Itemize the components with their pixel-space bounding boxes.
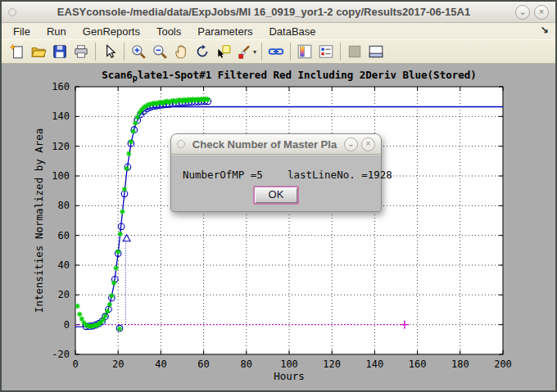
svg-text:180: 180 — [451, 358, 469, 370]
zoom-in-button[interactable] — [128, 42, 149, 61]
svg-text:80: 80 — [241, 358, 252, 370]
toolbar: ▾ — [2, 39, 555, 64]
y-axis-label: Intensities Normalized by Area — [33, 128, 45, 313]
open-file-button[interactable] — [28, 42, 49, 61]
dialog-minimize-button[interactable]: ⌄ — [344, 137, 358, 151]
window-title: EASYconsole-/media/data/ExpJobs/MI 16_09… — [16, 6, 511, 18]
brush-data-dropdown-icon[interactable]: ▾ — [253, 48, 256, 56]
zoom-in-icon — [130, 43, 147, 60]
svg-text:60: 60 — [197, 358, 209, 370]
x-axis-label: Hours — [274, 370, 305, 382]
minimize-button[interactable]: ⌄ — [515, 5, 530, 20]
svg-text:-20: -20 — [52, 349, 70, 360]
ok-button[interactable]: OK — [253, 186, 299, 205]
svg-text:140: 140 — [52, 110, 70, 122]
window-menu-icon[interactable] — [8, 8, 16, 16]
link-plots-icon — [268, 43, 284, 60]
toolbar-separator — [290, 43, 291, 61]
insert-colorbar-button[interactable] — [294, 42, 315, 61]
print-figure-icon — [73, 43, 89, 60]
dialog-titlebar[interactable]: Check Number of Master Pla ⌄ × — [171, 134, 381, 155]
print-figure-button[interactable] — [70, 42, 92, 61]
svg-text:60: 60 — [58, 230, 70, 241]
edit-plot-pointer-button[interactable] — [99, 42, 120, 61]
rotate-3d-button[interactable] — [192, 42, 213, 61]
menu-item-tools[interactable]: Tools — [148, 25, 189, 38]
pan-hand-button[interactable] — [170, 42, 192, 61]
menu-item-file[interactable]: File — [5, 25, 38, 38]
open-file-icon — [30, 43, 47, 60]
zoom-out-icon — [152, 43, 168, 60]
dialog-title: Check Number of Master Pla — [185, 138, 341, 151]
svg-text:100: 100 — [280, 358, 298, 370]
dialog-menu-icon[interactable] — [177, 140, 185, 148]
new-document-icon — [9, 43, 25, 60]
figure-area: 020406080100120140160180200-200204060801… — [2, 64, 555, 390]
svg-text:160: 160 — [52, 81, 70, 92]
svg-text:120: 120 — [323, 358, 341, 370]
dialog-message: NumberOfMP =5 lastLineNo. =1928 — [183, 169, 392, 181]
menu-item-genreports[interactable]: GenReports — [75, 25, 148, 38]
close-button[interactable]: × — [534, 5, 549, 20]
toolbar-separator — [340, 43, 341, 61]
menu-item-run[interactable]: Run — [38, 25, 75, 38]
plot-background — [75, 87, 503, 354]
svg-text:200: 200 — [494, 358, 512, 370]
chart-title: Scan6plate1-Spot#1 Filtered Red Includin… — [102, 69, 477, 83]
rotate-3d-icon — [194, 43, 211, 60]
insert-legend-button[interactable] — [315, 42, 337, 61]
hide-plot-tools-icon — [346, 43, 363, 60]
data-cursor-icon — [215, 43, 232, 60]
svg-text:100: 100 — [52, 170, 70, 182]
save-figure-icon — [52, 43, 68, 60]
window-titlebar[interactable]: EASYconsole-/media/data/ExpJobs/MI 16_09… — [2, 2, 555, 23]
svg-text:140: 140 — [366, 358, 384, 370]
insert-legend-icon — [318, 43, 334, 60]
show-plot-tools-icon — [368, 43, 384, 60]
check-master-plates-dialog: Check Number of Master Pla ⌄ × NumberOfM… — [170, 133, 382, 212]
new-document-button[interactable] — [7, 42, 28, 61]
edit-plot-pointer-icon — [102, 43, 118, 60]
pan-hand-icon — [173, 43, 189, 60]
svg-text:120: 120 — [52, 141, 70, 152]
svg-text:40: 40 — [58, 259, 70, 271]
save-figure-button[interactable] — [49, 42, 70, 61]
brush-data-icon — [237, 43, 253, 60]
svg-text:20: 20 — [112, 358, 124, 370]
toolbar-separator — [124, 43, 125, 61]
hide-plot-tools-button[interactable] — [344, 42, 365, 61]
svg-text:0: 0 — [72, 358, 78, 370]
svg-text:80: 80 — [58, 200, 70, 211]
dock-arrow-icon[interactable]: ↘ — [541, 24, 549, 35]
show-plot-tools-button[interactable] — [365, 42, 387, 61]
data-cursor-button[interactable] — [213, 42, 234, 61]
dialog-body: NumberOfMP =5 lastLineNo. =1928 OK — [171, 155, 381, 211]
svg-text:0: 0 — [64, 319, 70, 331]
menu-bar: FileRunGenReportsToolsParametersDataBase… — [2, 23, 555, 39]
dialog-close-button[interactable]: × — [361, 137, 375, 151]
svg-text:20: 20 — [58, 289, 70, 300]
menu-item-parameters[interactable]: Parameters — [189, 25, 260, 38]
app-window: EASYconsole-/media/data/ExpJobs/MI 16_09… — [0, 0, 557, 392]
zoom-out-button[interactable] — [149, 42, 170, 61]
insert-colorbar-icon — [297, 43, 313, 60]
svg-text:40: 40 — [155, 358, 166, 370]
chart-plot[interactable]: 020406080100120140160180200-200204060801… — [2, 64, 555, 390]
toolbar-separator — [95, 43, 96, 61]
svg-text:160: 160 — [409, 358, 427, 370]
menu-item-database[interactable]: DataBase — [260, 25, 324, 38]
link-plots-button[interactable] — [265, 42, 287, 61]
toolbar-separator — [261, 43, 262, 61]
